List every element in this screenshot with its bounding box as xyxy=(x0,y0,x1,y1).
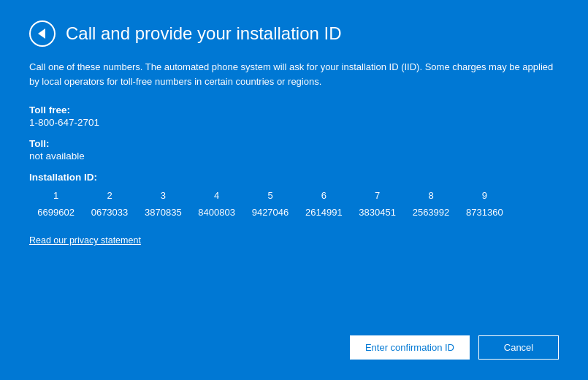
header: Call and provide your installation ID xyxy=(29,20,559,47)
page-description: Call one of these numbers. The automated… xyxy=(29,60,555,88)
id-col-header-9: 9 xyxy=(458,189,511,202)
toll-label: Toll: xyxy=(29,138,559,149)
id-col-header-4: 4 xyxy=(190,189,243,202)
toll-free-value: 1-800-647-2701 xyxy=(29,117,559,128)
installation-id-section: Installation ID: 1 2 3 4 5 6 7 8 9 66996… xyxy=(29,172,559,219)
id-col-header-1: 1 xyxy=(29,189,83,202)
id-col-value-1: 6699602 xyxy=(29,205,83,219)
id-grid: 1 2 3 4 5 6 7 8 9 6699602 0673033 387083… xyxy=(29,189,511,219)
id-col-value-4: 8400803 xyxy=(190,205,243,219)
id-col-value-6: 2614991 xyxy=(297,205,351,219)
page-title: Call and provide your installation ID xyxy=(66,23,342,44)
id-col-header-2: 2 xyxy=(83,189,136,202)
toll-free-section: Toll free: 1-800-647-2701 xyxy=(29,104,559,128)
enter-confirmation-button[interactable]: Enter confirmation ID xyxy=(350,335,470,360)
id-col-value-9: 8731360 xyxy=(458,205,511,219)
id-col-header-6: 6 xyxy=(297,189,351,202)
cancel-button[interactable]: Cancel xyxy=(478,335,559,360)
toll-free-label: Toll free: xyxy=(29,104,559,115)
id-col-value-7: 3830451 xyxy=(351,205,404,219)
id-col-header-3: 3 xyxy=(137,189,190,202)
main-container: Call and provide your installation ID Ca… xyxy=(0,0,588,380)
back-arrow-icon xyxy=(38,28,45,39)
content-body: Toll free: 1-800-647-2701 Toll: not avai… xyxy=(29,104,559,324)
id-col-value-8: 2563992 xyxy=(404,205,457,219)
installation-id-label: Installation ID: xyxy=(29,172,559,183)
id-col-value-3: 3870835 xyxy=(137,205,190,219)
id-col-value-5: 9427046 xyxy=(243,205,297,219)
toll-section: Toll: not available xyxy=(29,138,559,162)
id-col-header-8: 8 xyxy=(404,189,457,202)
toll-value: not available xyxy=(29,151,559,162)
id-col-header-7: 7 xyxy=(351,189,404,202)
footer: Enter confirmation ID Cancel xyxy=(29,324,559,360)
id-col-value-2: 0673033 xyxy=(83,205,136,219)
back-button[interactable] xyxy=(29,20,56,47)
privacy-link[interactable]: Read our privacy statement xyxy=(29,235,559,246)
id-col-header-5: 5 xyxy=(243,189,297,202)
